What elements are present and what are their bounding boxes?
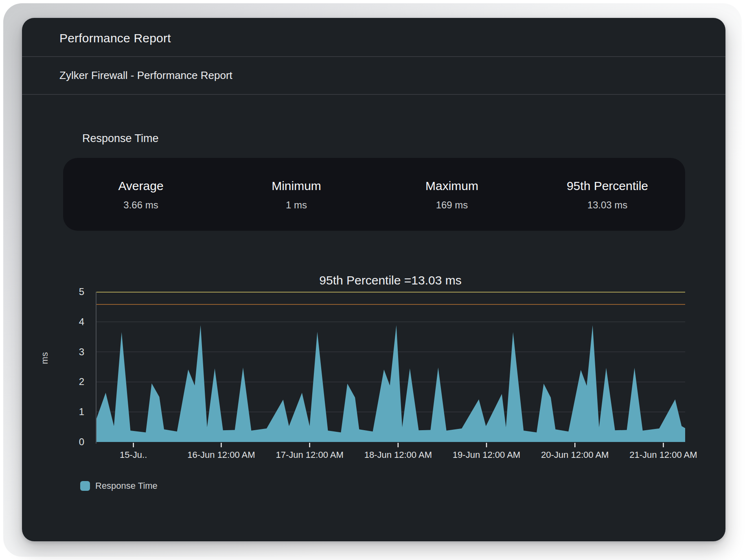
stat-value: 1 ms [219,199,374,211]
y-tick-label: 0 [60,436,84,448]
x-tick-label: 21-Jun 12:00 AM [629,449,697,461]
y-axis-label: ms [39,352,50,364]
page-background: Performance Report Zylker Firewall - Per… [0,0,745,560]
stat-value: 169 ms [374,199,530,211]
response-time-series-area [96,325,685,442]
stat-label: Minimum [219,179,374,193]
page-title: Performance Report [59,31,171,45]
stat-value: 3.66 ms [63,199,219,211]
stat-label: Maximum [374,179,530,193]
y-tick-label: 3 [60,346,84,358]
legend-label: Response Time [95,481,158,491]
stat-average: Average 3.66 ms [63,179,219,211]
x-tick-label: 18-Jun 12:00 AM [364,449,432,461]
stat-maximum: Maximum 169 ms [374,179,530,211]
x-axis-tick-labels: 15-Ju..16-Jun 12:00 AM17-Jun 12:00 AM18-… [96,449,685,461]
x-tick-label: 17-Jun 12:00 AM [276,449,343,461]
report-subtitle: Zylker Firewall - Performance Report [59,69,232,82]
header-divider [22,56,725,57]
x-tick-label: 19-Jun 12:00 AM [453,449,520,461]
section-title-response-time: Response Time [82,132,159,145]
y-tick-label: 5 [60,286,84,298]
chart-legend: Response Time [80,481,158,491]
x-tick-label: 15-Ju.. [120,449,147,461]
stat-95th-percentile: 95th Percentile 13.03 ms [530,179,685,211]
stat-label: 95th Percentile [530,179,685,193]
stats-summary-card: Average 3.66 ms Minimum 1 ms Maximum 169… [63,158,685,231]
y-tick-label: 4 [60,316,84,328]
legend-swatch-response-time[interactable] [80,481,90,491]
response-time-area-chart[interactable] [96,292,685,448]
performance-report-panel: Performance Report Zylker Firewall - Per… [22,18,725,541]
x-tick-label: 20-Jun 12:00 AM [541,449,609,461]
stat-label: Average [63,179,219,193]
stat-minimum: Minimum 1 ms [219,179,374,211]
x-tick-label: 16-Jun 12:00 AM [187,449,255,461]
y-tick-label: 1 [60,406,84,418]
chart-title: 95th Percentile =13.03 ms [96,273,685,287]
y-axis-tick-labels: 012345 [60,292,84,442]
stat-value: 13.03 ms [530,199,685,211]
subheader-divider [22,94,725,95]
y-tick-label: 2 [60,376,84,387]
